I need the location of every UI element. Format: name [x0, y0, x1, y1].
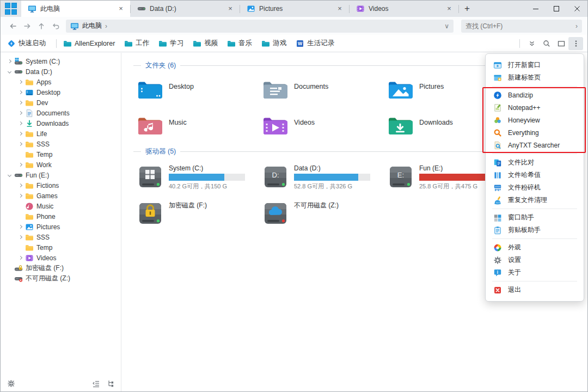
bookmark-视频[interactable]: 视频 [193, 39, 218, 48]
drive-tile-不可用磁盘-z-[interactable]: 不可用磁盘 (Z:) [262, 200, 388, 229]
search-box[interactable]: › [461, 20, 582, 33]
menu-item-设置[interactable]: 设置 [486, 254, 584, 266]
tree-item-pictures[interactable]: Pictures [1, 222, 121, 232]
tree-item-life[interactable]: Life [1, 128, 121, 139]
bookmark-quick-launch[interactable]: 快速启动 [7, 39, 46, 48]
forward-button[interactable] [20, 19, 34, 33]
chevron-right-icon[interactable] [16, 132, 24, 135]
tree-item-fun-e-[interactable]: Fun (E:) [1, 170, 121, 180]
maximize-button[interactable] [546, 1, 567, 17]
tree-view-icon[interactable] [106, 379, 116, 388]
menu-item-退出[interactable]: 退出 [486, 284, 584, 296]
bookmark-学习[interactable]: 学习 [158, 39, 183, 48]
menu-item-bandizip[interactable]: Bandizip [486, 89, 584, 101]
menu-item-文件哈希值[interactable]: 文件哈希值 [486, 169, 584, 181]
tree-item-music[interactable]: Music [1, 201, 121, 211]
tree-item-不可用磁盘-z-[interactable]: 不可用磁盘 (Z:) [1, 273, 121, 284]
search-input[interactable] [465, 22, 575, 30]
minimize-button[interactable] [525, 1, 546, 17]
menu-item-窗口助手[interactable]: 窗口助手 [486, 211, 584, 224]
chevron-right-icon[interactable] [16, 112, 24, 114]
menu-item-重复文件清理[interactable]: 重复文件清理 [486, 194, 584, 206]
menu-item-新建标签页[interactable]: 新建标签页 [486, 71, 584, 84]
tree-item-documents[interactable]: Documents [1, 108, 121, 118]
tab-close-icon[interactable]: × [225, 4, 235, 14]
chevron-right-icon[interactable] [16, 236, 24, 238]
folder-tile-documents[interactable]: Documents [262, 79, 388, 103]
chevron-right-icon[interactable] [16, 91, 24, 94]
search-expand-icon[interactable]: › [575, 22, 578, 30]
chevron-right-icon[interactable] [5, 60, 14, 63]
menu-item-打开新窗口[interactable]: 打开新窗口 [486, 59, 584, 71]
tab--[interactable]: 此电脑× [21, 1, 130, 17]
folder-tile-desktop[interactable]: Desktop [137, 79, 262, 103]
bookmark-工作[interactable]: 工作 [124, 39, 149, 48]
chevron-right-icon[interactable] [16, 225, 24, 228]
tree-item-dev[interactable]: Dev [1, 97, 121, 108]
app-logo-icon[interactable] [1, 1, 21, 17]
more-menu-button[interactable] [568, 37, 583, 50]
chevron-right-icon[interactable] [16, 184, 24, 187]
tab-pictures[interactable]: Pictures× [240, 1, 349, 17]
bookmark-音乐[interactable]: 音乐 [227, 39, 252, 48]
tree-item-temp[interactable]: Temp [1, 242, 121, 253]
chevron-right-icon[interactable] [16, 194, 24, 197]
drive-tile-data-d-[interactable]: D:Data (D:)52.8 G可用，共326 G [262, 164, 388, 192]
menu-item-文件比对[interactable]: 文件比对 [486, 156, 584, 169]
tree-item-sss[interactable]: SSS [1, 232, 121, 242]
tree-item-fictions[interactable]: Fictions [1, 180, 121, 191]
menu-item-notepad-[interactable]: Notepad++ [486, 101, 584, 114]
tab-data-d-[interactable]: Data (D:)× [131, 1, 240, 17]
chevron-down-icon[interactable] [5, 174, 14, 176]
tree-item-data-d-[interactable]: Data (D:) [1, 66, 121, 77]
bookmark-游戏[interactable]: 游戏 [261, 39, 286, 48]
close-window-button[interactable] [567, 1, 587, 17]
menu-item-外观[interactable]: 外观 [486, 241, 584, 254]
chevron-right-icon[interactable] [16, 81, 24, 83]
collapse-window-icon[interactable] [6, 379, 16, 388]
address-breadcrumb[interactable]: 此电脑 › ∨ [66, 20, 454, 33]
collapse-all-icon[interactable] [91, 379, 101, 388]
menu-item-关于[interactable]: 关于 [486, 266, 584, 279]
expand-more-button[interactable] [524, 37, 539, 50]
drive-tile-加密磁盘-f-[interactable]: 加密磁盘 (F:) [137, 200, 262, 229]
folder-tile-videos[interactable]: Videos [262, 115, 388, 139]
tree-item-desktop[interactable]: Desktop [1, 87, 121, 97]
up-button[interactable] [34, 19, 48, 33]
tree-item-phone[interactable]: Phone [1, 211, 121, 222]
tree-item-加密磁盘-f-[interactable]: 加密磁盘 (F:) [1, 263, 121, 273]
back-button[interactable] [6, 19, 20, 33]
tree-item-apps[interactable]: Apps [1, 77, 121, 87]
tree-item-games[interactable]: Games [1, 191, 121, 201]
chevron-down-icon[interactable] [5, 70, 14, 73]
tree-item-work[interactable]: Work [1, 160, 121, 170]
tree-item-system-c-[interactable]: System (C:) [1, 56, 121, 66]
new-tab-button[interactable]: + [459, 1, 475, 17]
address-dropdown-icon[interactable]: ∨ [444, 22, 449, 30]
menu-item-anytxt-searcher[interactable]: AnyTXT Searcher [486, 139, 584, 151]
menu-item-honeyview[interactable]: Honeyview [486, 114, 584, 126]
menu-item-剪贴板助手[interactable]: 剪贴板助手 [486, 224, 584, 236]
chevron-right-icon[interactable] [16, 101, 24, 104]
tree-item-sss[interactable]: SSS [1, 139, 121, 149]
tab-close-icon[interactable]: × [335, 4, 345, 14]
drive-tile-system-c-[interactable]: System (C:)40.2 G可用，共150 G [137, 164, 262, 192]
chevron-right-icon[interactable] [16, 122, 24, 125]
chevron-right-icon[interactable] [16, 163, 24, 166]
chevron-right-icon[interactable] [16, 143, 24, 145]
tab-videos[interactable]: Videos× [350, 1, 458, 17]
search-tool-button[interactable] [539, 37, 554, 50]
tab-close-icon[interactable]: × [116, 4, 126, 14]
tree-item-downloads[interactable]: Downloads [1, 118, 121, 128]
chevron-right-icon[interactable] [16, 256, 24, 259]
menu-item-everything[interactable]: Everything [486, 126, 584, 139]
folder-tile-music[interactable]: Music [137, 115, 262, 139]
breadcrumb-chevron-icon[interactable]: › [105, 22, 107, 30]
tab-close-icon[interactable]: × [444, 4, 454, 14]
bookmark-生活记录[interactable]: W生活记录 [296, 39, 334, 48]
history-undo-button[interactable] [48, 19, 63, 33]
menu-item-文件粉碎机[interactable]: 文件粉碎机 [486, 181, 584, 194]
tree-item-temp[interactable]: Temp [1, 149, 121, 160]
tree-item-videos[interactable]: Videos [1, 253, 121, 263]
bookmark-allenexplorer[interactable]: AllenExplorer [63, 39, 115, 48]
